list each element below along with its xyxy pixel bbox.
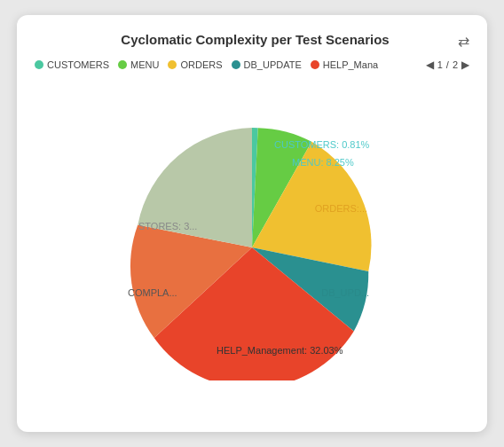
- page-separator: /: [446, 59, 449, 70]
- chart-label-db-upd: DB_UPD...: [321, 287, 369, 298]
- legend-item-customers: CUSTOMERS: [35, 59, 109, 70]
- header: Cyclomatic Complexity per Test Scenarios…: [35, 31, 469, 50]
- pie-chart: CUSTOMERS: 0.81% MENU: 8.25% ORDERS:... …: [119, 114, 385, 380]
- legend-item-help: HELP_Mana: [311, 59, 378, 70]
- legend-label-db-update: DB_UPDATE: [244, 59, 302, 70]
- prev-page-button[interactable]: ◀: [426, 59, 434, 71]
- legend-label-help: HELP_Mana: [323, 59, 378, 70]
- legend-row: CUSTOMERS MENU ORDERS DB_UPDATE HELP_Man…: [35, 59, 469, 71]
- swap-icon[interactable]: ⇄: [458, 33, 469, 50]
- chart-label-stores: STORES: 3...: [138, 221, 197, 231]
- pie-svg: [119, 114, 385, 380]
- chart-label-compla: COMPLA...: [128, 287, 177, 298]
- chart-label-menu: MENU: 8.25%: [292, 157, 354, 168]
- chart-area: CUSTOMERS: 0.81% MENU: 8.25% ORDERS:... …: [35, 74, 469, 420]
- legend-item-db-update: DB_UPDATE: [232, 59, 302, 70]
- pagination: ◀ 1 / 2 ▶: [426, 59, 469, 71]
- next-page-button[interactable]: ▶: [461, 59, 469, 71]
- legend-dot-help: [311, 60, 319, 69]
- legend-dot-orders: [168, 60, 177, 69]
- page-total: 2: [453, 59, 458, 70]
- legend-dot-customers: [35, 60, 43, 69]
- chart-title: Cyclomatic Complexity per Test Scenarios: [52, 31, 458, 49]
- chart-label-customers: CUSTOMERS: 0.81%: [274, 139, 369, 150]
- chart-label-help-management: HELP_Management: 32.03%: [217, 345, 343, 356]
- legend-item-menu: MENU: [118, 59, 159, 70]
- legend-dot-db-update: [232, 60, 240, 69]
- chart-card: Cyclomatic Complexity per Test Scenarios…: [17, 15, 487, 432]
- page-current: 1: [437, 59, 443, 70]
- legend-dot-menu: [118, 60, 127, 69]
- legend-label-customers: CUSTOMERS: [47, 59, 109, 70]
- legend-label-orders: ORDERS: [180, 59, 222, 70]
- legend-item-orders: ORDERS: [168, 59, 222, 70]
- legend-label-menu: MENU: [130, 59, 159, 70]
- chart-label-orders: ORDERS:...: [315, 203, 367, 214]
